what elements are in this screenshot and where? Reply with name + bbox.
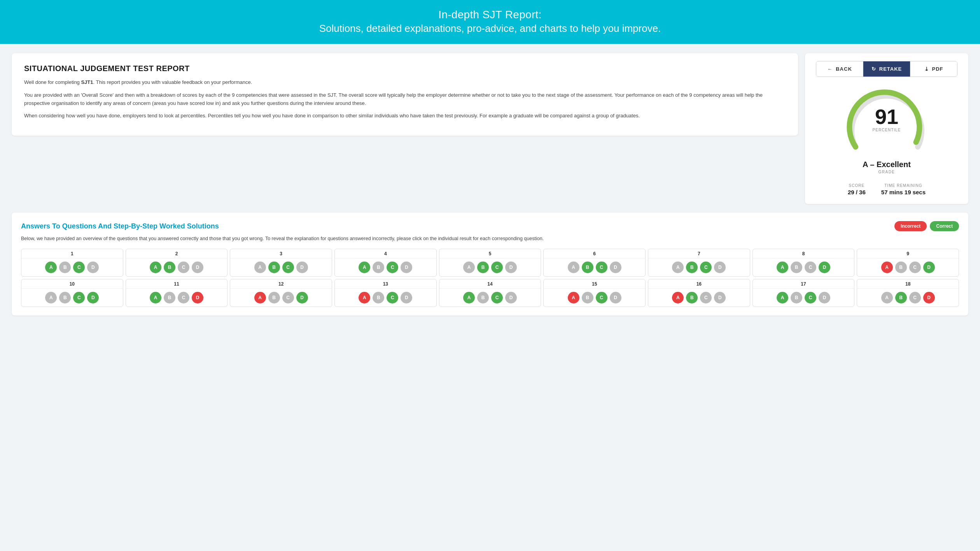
question-number: 11	[126, 279, 228, 289]
option-d[interactable]: D	[505, 262, 517, 273]
option-b[interactable]: B	[59, 292, 71, 303]
option-a[interactable]: A	[150, 292, 161, 303]
question-cell-10[interactable]: 10ABCD	[21, 279, 123, 307]
option-c[interactable]: C	[73, 292, 85, 303]
option-b[interactable]: B	[373, 262, 384, 273]
option-a[interactable]: A	[359, 292, 370, 303]
option-b[interactable]: B	[582, 262, 593, 273]
option-a[interactable]: A	[672, 262, 684, 273]
option-b[interactable]: B	[373, 292, 384, 303]
option-a[interactable]: A	[254, 292, 266, 303]
question-cell-8[interactable]: 8ABCD	[752, 249, 855, 277]
option-d[interactable]: D	[610, 262, 621, 273]
option-a[interactable]: A	[777, 262, 788, 273]
option-b[interactable]: B	[895, 262, 907, 273]
option-d[interactable]: D	[401, 262, 412, 273]
question-cell-3[interactable]: 3ABCD	[230, 249, 332, 277]
option-b[interactable]: B	[477, 262, 489, 273]
option-b[interactable]: B	[477, 292, 489, 303]
option-d[interactable]: D	[87, 292, 99, 303]
option-a[interactable]: A	[881, 262, 893, 273]
option-b[interactable]: B	[268, 292, 280, 303]
option-a[interactable]: A	[463, 262, 475, 273]
percentile-label: PERCENTILE	[873, 128, 901, 132]
option-a[interactable]: A	[359, 262, 370, 273]
option-a[interactable]: A	[568, 292, 579, 303]
option-a[interactable]: A	[150, 262, 161, 273]
back-button[interactable]: ← BACK	[816, 61, 863, 77]
back-label: BACK	[836, 66, 852, 72]
option-a[interactable]: A	[568, 262, 579, 273]
option-d[interactable]: D	[87, 262, 99, 273]
option-c[interactable]: C	[700, 292, 712, 303]
question-cell-6[interactable]: 6ABCD	[543, 249, 646, 277]
option-d[interactable]: D	[714, 262, 726, 273]
option-c[interactable]: C	[387, 292, 398, 303]
option-d[interactable]: D	[923, 292, 935, 303]
option-b[interactable]: B	[791, 262, 802, 273]
option-c[interactable]: C	[491, 262, 503, 273]
question-cell-12[interactable]: 12ABCD	[230, 279, 332, 307]
option-c[interactable]: C	[387, 262, 398, 273]
option-c[interactable]: C	[178, 292, 189, 303]
option-d[interactable]: D	[401, 292, 412, 303]
option-a[interactable]: A	[45, 262, 57, 273]
retake-button[interactable]: ↻ RETAKE	[863, 61, 910, 77]
option-c[interactable]: C	[596, 262, 607, 273]
question-cell-14[interactable]: 14ABCD	[439, 279, 541, 307]
answers-title: Answers To Questions And Step-By-Step Wo…	[21, 222, 219, 230]
question-number: 9	[857, 249, 959, 258]
option-b[interactable]: B	[895, 292, 907, 303]
question-cell-9[interactable]: 9ABCD	[857, 249, 959, 277]
option-b[interactable]: B	[791, 292, 802, 303]
question-cell-18[interactable]: 18ABCD	[857, 279, 959, 307]
option-d[interactable]: D	[714, 292, 726, 303]
option-d[interactable]: D	[610, 292, 621, 303]
option-a[interactable]: A	[463, 292, 475, 303]
option-a[interactable]: A	[254, 262, 266, 273]
option-d[interactable]: D	[505, 292, 517, 303]
question-cell-16[interactable]: 16ABCD	[648, 279, 750, 307]
option-b[interactable]: B	[582, 292, 593, 303]
question-cell-17[interactable]: 17ABCD	[752, 279, 855, 307]
question-cell-1[interactable]: 1ABCD	[21, 249, 123, 277]
option-c[interactable]: C	[282, 292, 294, 303]
option-c[interactable]: C	[491, 292, 503, 303]
option-d[interactable]: D	[819, 262, 830, 273]
action-buttons: ← BACK ↻ RETAKE ⤓ PDF	[816, 61, 957, 77]
question-cell-7[interactable]: 7ABCD	[648, 249, 750, 277]
question-cell-2[interactable]: 2ABCD	[126, 249, 228, 277]
pdf-button[interactable]: ⤓ PDF	[910, 61, 957, 77]
option-a[interactable]: A	[45, 292, 57, 303]
question-cell-5[interactable]: 5ABCD	[439, 249, 541, 277]
option-b[interactable]: B	[268, 262, 280, 273]
option-c[interactable]: C	[909, 292, 921, 303]
option-d[interactable]: D	[192, 292, 203, 303]
option-c[interactable]: C	[596, 292, 607, 303]
option-c[interactable]: C	[700, 262, 712, 273]
option-c[interactable]: C	[805, 292, 816, 303]
option-c[interactable]: C	[282, 262, 294, 273]
question-cell-13[interactable]: 13ABCD	[334, 279, 437, 307]
option-a[interactable]: A	[881, 292, 893, 303]
option-b[interactable]: B	[686, 292, 698, 303]
option-c[interactable]: C	[909, 262, 921, 273]
option-d[interactable]: D	[296, 292, 308, 303]
option-d[interactable]: D	[923, 262, 935, 273]
question-cell-4[interactable]: 4ABCD	[334, 249, 437, 277]
option-b[interactable]: B	[686, 262, 698, 273]
option-b[interactable]: B	[59, 262, 71, 273]
option-a[interactable]: A	[777, 292, 788, 303]
option-c[interactable]: C	[805, 262, 816, 273]
option-d[interactable]: D	[819, 292, 830, 303]
option-a[interactable]: A	[672, 292, 684, 303]
question-cell-11[interactable]: 11ABCD	[126, 279, 228, 307]
option-b[interactable]: B	[164, 292, 175, 303]
option-c[interactable]: C	[73, 262, 85, 273]
option-c[interactable]: C	[178, 262, 189, 273]
option-d[interactable]: D	[296, 262, 308, 273]
option-d[interactable]: D	[192, 262, 203, 273]
option-b[interactable]: B	[164, 262, 175, 273]
question-cell-15[interactable]: 15ABCD	[543, 279, 646, 307]
gauge-center: 91 PERCENTILE	[873, 106, 901, 132]
